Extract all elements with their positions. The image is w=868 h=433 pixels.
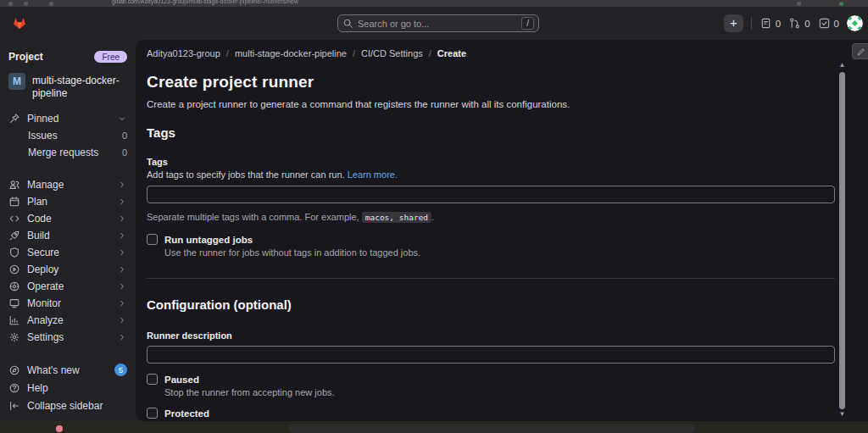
page-title: Create project runner [147,73,817,92]
merge-requests-counter[interactable]: 0 [788,17,810,30]
sidebar-item-label: Monitor [27,297,61,309]
chevron-right-icon [117,247,127,258]
scroll-down-icon[interactable]: ▼ [838,411,846,418]
runner-description-input[interactable] [147,346,835,364]
monitor-icon [8,297,20,309]
tags-input[interactable] [147,186,835,203]
sidebar-item-label: Plan [27,196,47,208]
browser-refresh-icon[interactable] [49,2,53,6]
search-box[interactable]: / [337,14,539,32]
todos-count: 0 [834,19,839,29]
issues-counter[interactable]: 0 [760,17,781,30]
edit-overlay-button[interactable] [852,43,868,59]
browser-back-icon[interactable] [8,2,13,6]
sidebar-item-label: Settings [27,331,64,343]
sidebar-item-analyze[interactable]: Analyze [0,312,136,329]
users-icon [8,179,20,191]
learn-more-link[interactable]: Learn more. [348,169,398,180]
chevron-right-icon [117,264,127,275]
pod-icon [8,280,20,292]
sidebar-item-label: Pinned [27,113,58,125]
recording-dot-icon [56,425,63,432]
sidebar-item-operate[interactable]: Operate [0,278,136,295]
paused-checkbox[interactable] [147,374,158,385]
browser-forward-icon[interactable] [24,2,28,6]
topbar: / + 0 0 0 [0,7,868,40]
todos-counter[interactable]: 0 [818,17,839,30]
whats-new-badge: 5 [114,364,127,376]
breadcrumb-separator: / [226,48,229,58]
breadcrumb-separator: / [353,48,355,58]
merge-requests-count: 0 [804,19,810,29]
runner-description-label: Runner description [147,330,817,341]
chart-icon [8,314,20,326]
content-scrollbar: ▲ ▼ [838,40,846,421]
sidebar-item-secure[interactable]: Secure [0,244,136,261]
breadcrumb-item-group[interactable]: Aditya0123-group [147,48,220,58]
collapse-sidebar-button[interactable]: Collapse sidebar [0,397,136,414]
tags-hint-prefix: Separate multiple tags with a comma. For… [147,212,359,222]
sidebar-item-label: Collapse sidebar [27,400,103,412]
configuration-section-heading: Configuration (optional) [147,297,817,312]
issues-count: 0 [776,19,781,29]
sidebar-item-plan[interactable]: Plan [0,193,136,210]
plan-badge: Free [94,51,127,63]
avatar-identicon [847,15,863,31]
browser-extension-icon[interactable] [797,2,801,6]
merge-request-icon [788,17,801,30]
play-circle-icon [8,264,20,275]
run-untagged-label: Run untagged jobs [164,235,253,245]
sidebar: Project Free M multi-stage-docker-pipeli… [0,40,136,421]
sidebar-item-build[interactable]: Build [0,227,136,244]
taskbar-pill [288,424,695,433]
sidebar-item-deploy[interactable]: Deploy [0,261,136,278]
todo-check-icon [818,17,831,30]
search-shortcut-key: / [521,17,534,30]
shield-icon [8,247,20,258]
project-avatar: M [8,73,25,90]
chevron-right-icon [117,332,127,342]
browser-profile-icon[interactable] [839,2,843,6]
sidebar-item-pinned[interactable]: Pinned [0,110,136,127]
sidebar-item-label: Manage [27,179,64,191]
sidebar-item-label: What's new [27,364,80,376]
scroll-up-icon[interactable]: ▲ [838,62,846,69]
sidebar-item-settings[interactable]: Settings [0,329,136,346]
sidebar-project-link[interactable]: M multi-stage-docker-pipeline [0,68,136,105]
sidebar-item-merge-requests[interactable]: Merge requests 0 [0,144,136,161]
chevron-right-icon [117,197,127,207]
breadcrumb-separator: / [429,48,431,58]
search-input[interactable] [358,19,517,29]
scrollbar-thumb[interactable] [839,72,845,409]
breadcrumb-item-project[interactable]: multi-stage-docker-pipeline [235,48,347,58]
run-untagged-checkbox[interactable] [147,234,158,245]
sidebar-item-label: Deploy [27,264,58,275]
paused-label: Paused [164,375,199,385]
breadcrumb-item-create: Create [437,48,466,58]
breadcrumb-item-cicd-settings[interactable]: CI/CD Settings [361,48,423,58]
tags-section-heading: Tags [147,125,817,140]
user-avatar[interactable] [847,15,863,31]
sidebar-item-code[interactable]: Code [0,210,136,227]
pin-icon [8,113,20,125]
chevron-right-icon [117,315,127,325]
browser-url[interactable]: gitlab.com/Aditya0123-group/multi-stage-… [112,0,298,4]
sidebar-item-label: Operate [27,280,64,292]
tags-hint-code: macos, shared [362,212,431,223]
chevron-right-icon [117,298,127,308]
collapse-icon [8,400,20,412]
protected-checkbox[interactable] [147,408,158,419]
create-new-button[interactable]: + [724,14,743,32]
run-untagged-desc: Use the runner for jobs without tags in … [164,247,817,258]
sidebar-item-manage[interactable]: Manage [0,176,136,193]
chevron-down-icon [117,114,127,124]
sidebar-item-label: Secure [27,247,59,258]
calendar-icon [8,196,20,208]
sidebar-item-monitor[interactable]: Monitor [0,295,136,312]
sidebar-item-help[interactable]: Help [0,379,136,397]
sidebar-item-whats-new[interactable]: What's new 5 [0,361,136,379]
gitlab-tanuki-icon [9,14,30,33]
compass-icon [8,364,20,376]
gitlab-logo[interactable] [8,14,31,34]
sidebar-item-issues[interactable]: Issues 0 [0,127,136,144]
